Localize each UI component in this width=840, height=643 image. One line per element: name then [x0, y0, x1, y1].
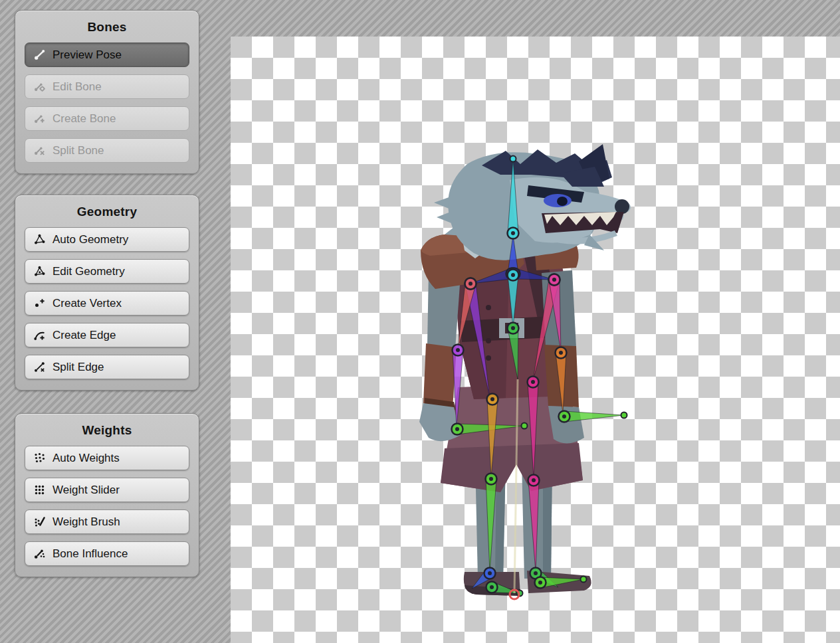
split-bone-icon: [32, 144, 47, 157]
split-edge-button[interactable]: Split Edge: [25, 355, 189, 379]
edit-bone-icon: [32, 80, 47, 94]
weight-slider-icon: [32, 484, 47, 497]
edit-geometry-label: Edit Geometry: [52, 265, 125, 278]
auto-weights-button[interactable]: Auto Weights: [25, 446, 189, 470]
skinning-editor-workspace: { "panels": [ { "title": "Bones", "butto…: [0, 0, 840, 643]
create-vertex-label: Create Vertex: [52, 297, 122, 310]
edit-geometry-button[interactable]: Edit Geometry: [25, 259, 189, 284]
create-vertex-icon: [32, 297, 47, 310]
split-edge-icon: [32, 361, 47, 374]
preview-pose-label: Preview Pose: [52, 48, 122, 62]
weight-slider-button[interactable]: Weight Slider: [25, 478, 189, 502]
edit-bone-button[interactable]: Edit Bone: [25, 74, 189, 99]
tip-head: [510, 156, 516, 162]
geometry-panel: Geometry Auto Geometry Edit Geometry Cre…: [15, 195, 199, 391]
stage-svg: [231, 37, 840, 643]
bones-panel: Bones Preview Pose Edit Bone Create Bone…: [15, 10, 199, 174]
auto-weights-icon: [32, 452, 47, 465]
auto-geometry-icon: [32, 233, 47, 246]
weight-brush-label: Weight Brush: [52, 515, 120, 529]
bone-influence-icon: [32, 547, 47, 561]
weight-brush-icon: [32, 515, 47, 529]
geometry-panel-title: Geometry: [25, 202, 189, 221]
create-bone-button[interactable]: Create Bone: [25, 106, 189, 131]
create-edge-button[interactable]: Create Edge: [25, 323, 189, 347]
sprite-canvas[interactable]: [231, 37, 840, 643]
weights-panel-title: Weights: [25, 420, 189, 439]
auto-geometry-label: Auto Geometry: [52, 233, 128, 246]
tip-hand-l: [522, 423, 528, 429]
auto-weights-label: Auto Weights: [52, 452, 120, 465]
split-edge-label: Split Edge: [52, 361, 104, 374]
tip-hand-r: [621, 413, 627, 418]
bones-panel-title: Bones: [25, 17, 189, 36]
character-sprite: [419, 144, 631, 596]
auto-geometry-button[interactable]: Auto Geometry: [25, 227, 189, 252]
weight-slider-label: Weight Slider: [52, 484, 120, 497]
create-bone-label: Create Bone: [52, 112, 116, 126]
preview-pose-button[interactable]: Preview Pose: [25, 43, 189, 67]
split-bone-label: Split Bone: [52, 144, 104, 157]
create-vertex-button[interactable]: Create Vertex: [25, 291, 189, 316]
edit-bone-label: Edit Bone: [52, 80, 102, 94]
split-bone-button[interactable]: Split Bone: [25, 138, 189, 163]
tip-toe-r: [581, 577, 587, 583]
weights-panel: Weights Auto Weights Weight Slider Weigh…: [15, 413, 199, 577]
edit-geometry-icon: [32, 265, 47, 278]
bone-influence-label: Bone Influence: [52, 547, 128, 561]
create-edge-label: Create Edge: [52, 329, 116, 342]
bone-hand-r: [564, 411, 624, 422]
create-edge-icon: [32, 329, 47, 342]
preview-pose-icon: [32, 48, 47, 62]
weight-brush-button[interactable]: Weight Brush: [25, 509, 189, 534]
create-bone-icon: [32, 112, 47, 126]
bone-influence-button[interactable]: Bone Influence: [25, 541, 189, 566]
